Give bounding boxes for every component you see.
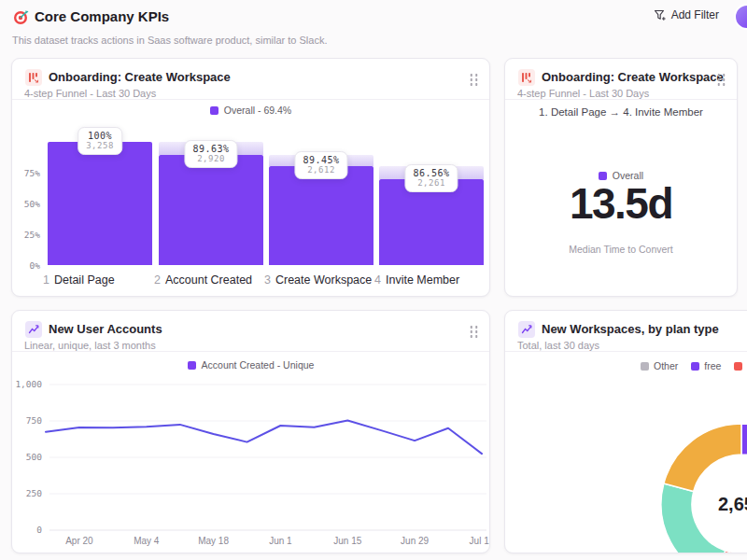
step-index: 4 xyxy=(374,273,381,287)
funnel-step-label: 4Invite Member xyxy=(374,273,459,287)
x-axis-tick: Jun 1 xyxy=(269,536,292,546)
divider xyxy=(505,99,737,100)
conversion-count: 2,920 xyxy=(192,154,229,163)
median-time-value: 13.5d xyxy=(505,182,737,225)
funnel-value-badge: 86.56%2,261 xyxy=(404,164,458,192)
donut-slice[interactable] xyxy=(661,483,726,553)
funnel-value-badge: 89.63%2,920 xyxy=(184,140,237,168)
x-axis-tick: May 4 xyxy=(134,536,160,546)
user-avatar[interactable] xyxy=(734,4,747,30)
funnel-value-badge: 100%3,258 xyxy=(78,127,122,155)
add-filter-button[interactable]: Add Filter xyxy=(654,8,719,21)
line-report-icon xyxy=(518,321,535,338)
line-report-icon xyxy=(25,321,42,338)
card-subtitle: 4-step Funnel - Last 30 Days xyxy=(517,88,649,99)
donut-total-value: 2,656 xyxy=(718,494,747,515)
funnel-report-icon xyxy=(518,69,535,86)
funnel-step-label: 2Account Created xyxy=(154,273,252,287)
y-axis-tick: 0% xyxy=(12,260,40,271)
card-title: Onboarding: Create Workspace xyxy=(542,70,724,84)
funnel-step-label: 1Detail Page xyxy=(43,273,115,287)
funnel-step-range: 1. Detail Page → 4. Invite Member xyxy=(505,106,737,118)
filter-plus-icon xyxy=(654,9,666,21)
conversion-percent: 86.56% xyxy=(413,168,449,178)
step-name: Create Workspace xyxy=(275,273,372,287)
donut-chart[interactable] xyxy=(505,352,747,553)
divider xyxy=(12,351,489,352)
drag-handle-icon[interactable] xyxy=(716,73,726,87)
step-index: 3 xyxy=(264,273,271,287)
line-legend: Account Created - Unique xyxy=(12,359,489,371)
y-axis-tick: 0 xyxy=(36,525,42,535)
conversion-percent: 89.45% xyxy=(303,155,339,165)
card-subtitle: 4-step Funnel - Last 30 Days xyxy=(24,88,156,99)
x-axis-tick: Jun 15 xyxy=(333,536,361,546)
page-title: Core Company KPIs xyxy=(35,8,169,24)
x-axis-tick: Jul 13 xyxy=(470,536,490,546)
y-axis-tick: 75% xyxy=(12,168,40,178)
conversion-time-card[interactable]: Onboarding: Create Workspace 4-step Funn… xyxy=(504,58,738,297)
median-time-caption: Median Time to Convert xyxy=(505,244,737,255)
y-axis-tick: 1,000 xyxy=(15,379,42,389)
card-title: New User Accounts xyxy=(49,322,162,336)
y-axis-tick: 25% xyxy=(12,230,40,240)
x-axis-tick: May 18 xyxy=(198,536,229,546)
x-axis-tick: Jun 29 xyxy=(401,536,429,546)
new-user-accounts-card[interactable]: New User Accounts Linear, unique, last 3… xyxy=(11,310,490,553)
step-name: Invite Member xyxy=(386,273,459,287)
funnel-report-icon xyxy=(25,69,42,86)
y-axis-tick: 500 xyxy=(26,452,42,462)
drag-handle-icon[interactable] xyxy=(469,325,479,339)
x-axis-tick: Apr 20 xyxy=(65,536,93,546)
card-title: Onboarding: Create Workspace xyxy=(49,70,231,84)
line-chart[interactable]: 02505007501,000Apr 20May 4May 18Jun 1Jun… xyxy=(12,374,490,553)
target-logo-icon xyxy=(13,9,29,25)
y-axis-tick: 750 xyxy=(26,415,42,426)
add-filter-label: Add Filter xyxy=(671,8,719,21)
conversion-count: 2,261 xyxy=(413,178,449,188)
page-header: Core Company KPIs This dataset tracks ac… xyxy=(0,0,747,52)
funnel-bar[interactable] xyxy=(48,142,152,265)
y-axis-tick: 50% xyxy=(12,199,40,209)
drag-handle-icon[interactable] xyxy=(469,73,479,87)
new-workspaces-card[interactable]: New Workspaces, by plan type Total, last… xyxy=(504,310,747,553)
card-subtitle: Total, last 30 days xyxy=(517,340,599,351)
funnel-bar[interactable] xyxy=(269,166,374,265)
funnel-card[interactable]: Onboarding: Create Workspace 4-step Funn… xyxy=(11,58,490,297)
funnel-chart: 0%25%50%75%100%3,2581Detail Page89.63%2,… xyxy=(12,100,490,297)
step-name: Detail Page xyxy=(54,273,115,287)
conversion-percent: 89.63% xyxy=(192,144,229,154)
funnel-bar[interactable] xyxy=(159,155,263,265)
legend-label: Account Created - Unique xyxy=(202,359,315,371)
line-series[interactable] xyxy=(46,421,482,455)
y-axis-tick: 250 xyxy=(26,488,42,498)
page-subtitle: This dataset tracks actions in Saas soft… xyxy=(12,35,327,46)
funnel-step-label: 3Create Workspace xyxy=(264,273,372,287)
card-subtitle: Linear, unique, last 3 months xyxy=(24,340,156,351)
conversion-percent: 100% xyxy=(86,131,114,141)
step-name: Account Created xyxy=(165,273,252,287)
step-index: 2 xyxy=(154,273,161,287)
donut-slice[interactable] xyxy=(664,424,741,492)
conversion-count: 3,258 xyxy=(86,141,114,150)
funnel-value-badge: 89.45%2,612 xyxy=(294,151,347,179)
conversion-count: 2,612 xyxy=(303,165,339,175)
donut-slice[interactable] xyxy=(741,424,747,544)
step-index: 1 xyxy=(43,273,49,287)
card-title: New Workspaces, by plan type xyxy=(542,322,719,336)
legend-swatch xyxy=(188,361,196,370)
